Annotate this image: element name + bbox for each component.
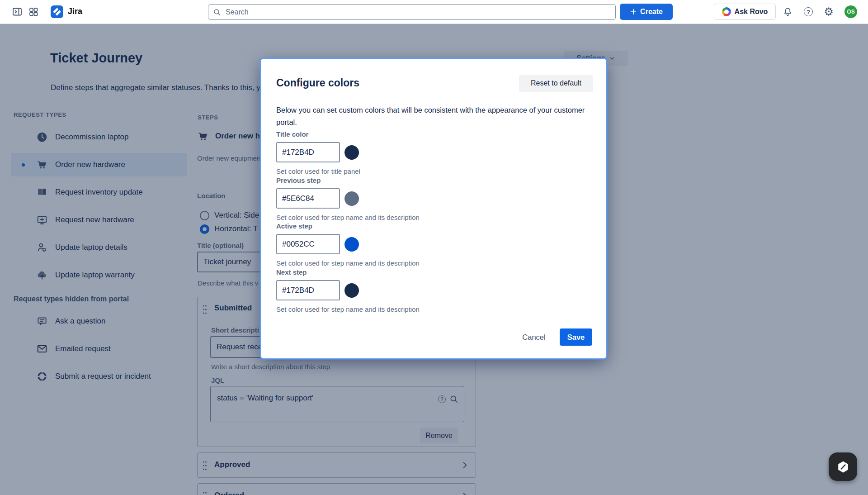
reset-to-default-button[interactable]: Reset to default bbox=[519, 75, 593, 92]
save-button[interactable]: Save bbox=[560, 328, 592, 346]
search-icon bbox=[213, 8, 221, 16]
rovo-icon bbox=[722, 7, 731, 16]
jira-ticket-journey-screen: Jira Create Ask Rovo ? ⚙ bbox=[0, 0, 868, 495]
global-search[interactable] bbox=[208, 4, 616, 20]
top-navigation-bar: Jira Create Ask Rovo ? ⚙ bbox=[0, 0, 868, 24]
cancel-button[interactable]: Cancel bbox=[518, 328, 550, 346]
title-color-swatch[interactable] bbox=[344, 145, 359, 160]
active-step-label: Active step bbox=[276, 222, 312, 230]
modal-title: Configure colors bbox=[276, 77, 359, 89]
search-input[interactable] bbox=[225, 8, 611, 17]
create-button[interactable]: Create bbox=[620, 4, 673, 20]
title-color-input[interactable] bbox=[276, 142, 340, 162]
plus-icon bbox=[630, 8, 637, 15]
hexagon-glyph-icon bbox=[835, 459, 851, 475]
previous-step-label: Previous step bbox=[276, 176, 321, 184]
assist-widget-button[interactable] bbox=[829, 452, 857, 481]
modal-description: Below you can set custom colors that wil… bbox=[276, 104, 588, 129]
previous-step-swatch[interactable] bbox=[344, 191, 359, 206]
jira-logo-icon[interactable] bbox=[51, 5, 63, 18]
sidebar-toggle-icon[interactable] bbox=[12, 6, 23, 17]
next-step-label: Next step bbox=[276, 268, 307, 276]
configure-colors-modal: Configure colors Reset to default Below … bbox=[261, 59, 606, 358]
active-step-input[interactable] bbox=[276, 234, 340, 254]
active-step-helper: Set color used for step name and its des… bbox=[276, 259, 420, 267]
title-color-helper: Set color used for title panel bbox=[276, 167, 360, 175]
next-step-swatch[interactable] bbox=[344, 283, 359, 298]
previous-step-input[interactable] bbox=[276, 188, 340, 209]
previous-step-helper: Set color used for step name and its des… bbox=[276, 214, 420, 221]
app-name: Jira bbox=[68, 7, 82, 16]
settings-gear-icon[interactable]: ⚙ bbox=[823, 6, 834, 17]
active-step-swatch[interactable] bbox=[344, 237, 359, 252]
notifications-bell-icon[interactable] bbox=[782, 6, 793, 17]
app-switcher-icon[interactable] bbox=[28, 6, 39, 17]
title-color-label: Title color bbox=[276, 130, 308, 138]
next-step-input[interactable] bbox=[276, 280, 340, 300]
user-avatar[interactable]: OS bbox=[844, 5, 857, 18]
ask-rovo-button[interactable]: Ask Rovo bbox=[714, 4, 776, 20]
help-icon[interactable]: ? bbox=[803, 6, 814, 17]
next-step-helper: Set color used for step name and its des… bbox=[276, 305, 420, 313]
